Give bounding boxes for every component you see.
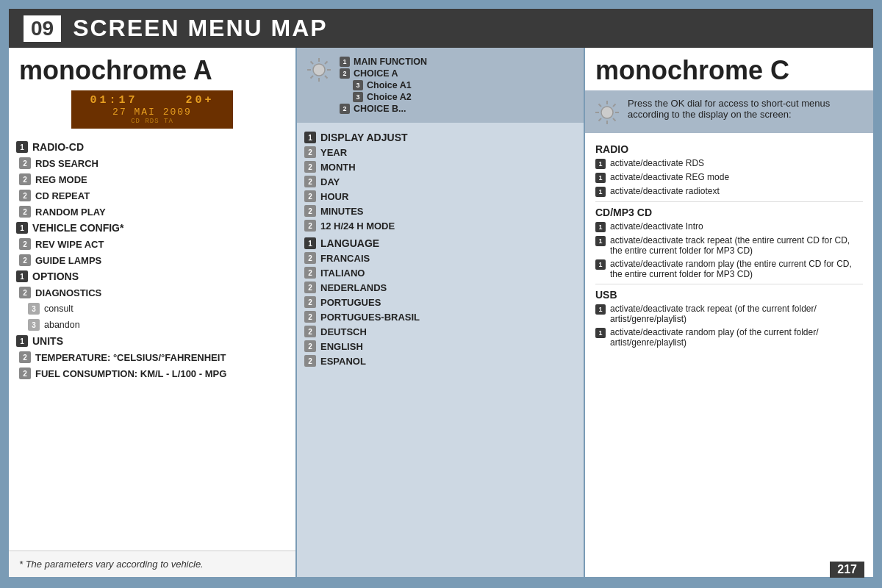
left-column-title: monochrome A (9, 48, 295, 90)
menu-item-label: OPTIONS (32, 270, 79, 282)
menu-item: 2DIAGNOSTICS (16, 284, 288, 301)
badge: 2 (304, 190, 316, 202)
badge: 2 (19, 206, 31, 218)
menu-item-label: PORTUGUES (320, 297, 381, 308)
svg-line-17 (599, 118, 602, 121)
menu-item-label: CD REPEAT (35, 190, 90, 201)
badge: 3 (353, 80, 363, 90)
menu-item: 2REG MODE (16, 171, 288, 187)
display-time: 01:17 20+ (90, 94, 214, 107)
middle-section-header: 1DISPLAY ADJUST (304, 132, 576, 143)
menu-item-label: REV WIPE ACT (35, 239, 104, 250)
menu-item-label: DEUTSCH (320, 326, 367, 337)
menu-item-label: VEHICLE CONFIG* (32, 222, 123, 234)
middle-section-header-label: DISPLAY ADJUST (320, 132, 408, 143)
badge: 2 (19, 173, 31, 185)
menu-item: 2ENGLISH (304, 339, 576, 354)
badge: 1 (595, 259, 606, 270)
menu-item-label: GUIDE LAMPS (35, 255, 101, 266)
menu-item: 3abandon (16, 317, 288, 333)
svg-point-0 (313, 64, 325, 76)
badge: 2 (304, 355, 316, 367)
badge: 1 (595, 222, 606, 232)
menu-item: 2MINUTES (304, 204, 576, 218)
badge: 2 (19, 190, 31, 201)
menu-item-label: YEAR (320, 147, 347, 158)
badge: 3 (28, 319, 40, 331)
menu-item-label: FRANCAIS (320, 253, 370, 264)
badge: 1 (595, 328, 606, 338)
badge: 2 (304, 205, 316, 217)
middle-header-content: 1MAIN FUNCTION2CHOICE A3Choice A13Choice… (340, 55, 427, 115)
badge: 2 (304, 220, 316, 232)
menu-item: 1VEHICLE CONFIG* (16, 220, 288, 236)
menu-item-label: abandon (44, 320, 80, 330)
menu-item-label: HOUR (320, 191, 348, 202)
right-section-title: RADIO (595, 143, 863, 155)
badge: 2 (19, 254, 31, 266)
right-item-label: activate/deactivate random play (the ent… (610, 259, 863, 279)
right-item: 1activate/deactivate track repeat (the e… (595, 235, 863, 256)
menu-item: 2NEDERLANDS (304, 280, 576, 295)
svg-line-14 (599, 104, 602, 107)
right-item: 1activate/deactivate RDS (595, 158, 863, 169)
badge: 1 (16, 335, 28, 347)
menu-item: 2ESPANOL (304, 354, 576, 368)
menu-item: 2RDS SEARCH (16, 155, 288, 171)
left-menu-list: 1RADIO-CD2RDS SEARCH2REG MODE2CD REPEAT2… (9, 136, 295, 551)
display-time-right: 20+ (186, 94, 215, 107)
badge: 1 (595, 236, 606, 246)
right-section-title: USB (595, 289, 863, 301)
badge: 2 (304, 326, 316, 337)
menu-item: 3consult (16, 301, 288, 317)
menu-item-label: PORTUGUES-BRASIL (320, 312, 420, 323)
badge: 2 (19, 368, 31, 379)
right-header-section: Press the OK dial for access to short-cu… (585, 90, 873, 133)
svg-line-8 (311, 76, 314, 79)
right-item: 1activate/deactivate radiotext (595, 186, 863, 197)
svg-line-7 (325, 62, 328, 65)
right-item: 1activate/deactivate random play (of the… (595, 327, 863, 348)
middle-section-header: 1LANGUAGE (304, 237, 576, 249)
header-title: SCREEN MENU MAP (73, 15, 327, 42)
menu-item: 2CD REPEAT (16, 187, 288, 204)
badge: 1 (16, 270, 28, 282)
display-bottom: CD RDS TA (131, 118, 173, 125)
middle-section-header-label: LANGUAGE (320, 237, 379, 249)
menu-item: 2HOUR (304, 189, 576, 204)
menu-item: 2PORTUGUES (304, 295, 576, 309)
menu-item-label: NEDERLANDS (320, 282, 387, 293)
badge: 2 (19, 351, 31, 363)
badge: 2 (340, 68, 350, 79)
menu-item: 1RADIO-CD (16, 139, 288, 155)
menu-item-label: 12 H/24 H MODE (320, 220, 395, 232)
menu-item-label: UNITS (32, 335, 63, 347)
middle-header-item-label: CHOICE B... (354, 104, 406, 114)
menu-item: 2RANDOM PLAY (16, 204, 288, 220)
menu-item-label: ENGLISH (320, 341, 363, 352)
menu-item: 2MONTH (304, 159, 576, 174)
menu-item: 2ITALIANO (304, 265, 576, 280)
svg-point-9 (601, 107, 613, 118)
header-number: 09 (24, 15, 61, 42)
right-item: 1activate/deactivate Intro (595, 221, 863, 232)
page-number: 217 (830, 562, 864, 578)
badge: 1 (595, 173, 606, 183)
right-item: 1activate/deactivate track repeat (of th… (595, 304, 863, 324)
left-column: monochrome A 01:17 20+ 27 MAI 2009 CD RD… (9, 48, 295, 577)
middle-section: 1LANGUAGE2FRANCAIS2ITALIANO2NEDERLANDS2P… (304, 237, 576, 368)
menu-item: 1OPTIONS (16, 268, 288, 284)
middle-header-item-label: Choice A1 (367, 80, 412, 90)
display-date: 27 MAI 2009 (112, 107, 192, 118)
badge: 1 (304, 237, 316, 249)
menu-item: 2TEMPERATURE: °CELSIUS/°FAHRENHEIT (16, 349, 288, 365)
menu-item: 2FRANCAIS (304, 251, 576, 265)
display-time-left: 01:17 (90, 94, 137, 107)
middle-header-item: 2CHOICE A (340, 68, 427, 79)
menu-item: 2DAY (304, 174, 576, 189)
menu-item-label: ITALIANO (320, 268, 365, 279)
middle-header-item-label: CHOICE A (354, 68, 398, 79)
divider (595, 284, 863, 284)
badge: 2 (340, 104, 350, 114)
left-footnote: * The parameters vary according to vehic… (9, 551, 295, 577)
